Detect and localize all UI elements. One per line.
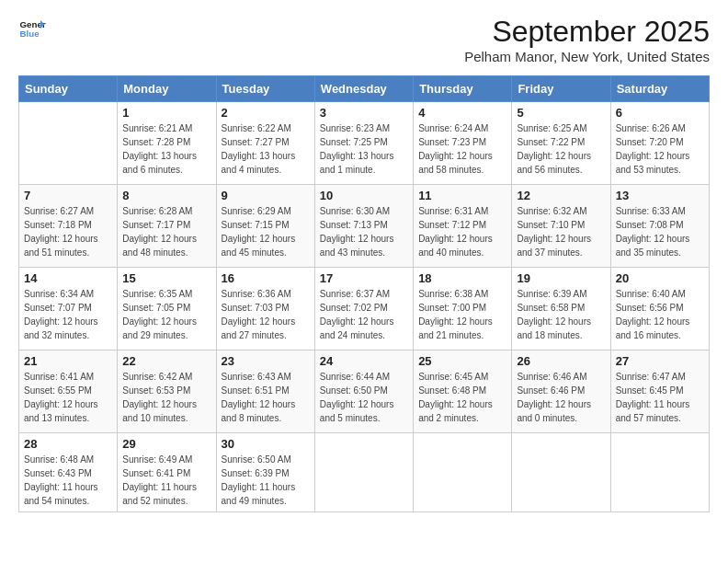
day-number: 2	[222, 106, 310, 120]
day-number: 27	[616, 354, 704, 368]
day-number: 17	[320, 271, 408, 285]
calendar-cell: 20Sunrise: 6:40 AMSunset: 6:56 PMDayligh…	[610, 268, 709, 350]
day-number: 6	[616, 106, 704, 120]
calendar-table: SundayMondayTuesdayWednesdayThursdayFrid…	[18, 75, 710, 512]
location-title: Pelham Manor, New York, United States	[464, 49, 710, 64]
day-number: 11	[418, 189, 506, 202]
page-header: General Blue September 2025 Pelham Manor…	[18, 15, 710, 64]
calendar-cell: 26Sunrise: 6:46 AMSunset: 6:46 PMDayligh…	[512, 350, 610, 433]
day-info: Sunrise: 6:27 AMSunset: 7:18 PMDaylight:…	[24, 204, 112, 259]
calendar-cell: 14Sunrise: 6:34 AMSunset: 7:07 PMDayligh…	[19, 268, 118, 350]
day-number: 16	[222, 271, 310, 285]
calendar-week-row: 21Sunrise: 6:41 AMSunset: 6:55 PMDayligh…	[19, 350, 710, 433]
svg-text:Blue: Blue	[20, 29, 40, 39]
day-number: 30	[222, 437, 310, 451]
calendar-cell: 8Sunrise: 6:28 AMSunset: 7:17 PMDaylight…	[118, 185, 216, 268]
day-info: Sunrise: 6:41 AMSunset: 6:55 PMDaylight:…	[24, 370, 112, 425]
day-info: Sunrise: 6:50 AMSunset: 6:39 PMDaylight:…	[222, 453, 310, 508]
calendar-week-row: 14Sunrise: 6:34 AMSunset: 7:07 PMDayligh…	[19, 268, 710, 350]
day-info: Sunrise: 6:33 AMSunset: 7:08 PMDaylight:…	[616, 204, 704, 259]
weekday-header-row: SundayMondayTuesdayWednesdayThursdayFrid…	[19, 76, 710, 102]
day-info: Sunrise: 6:29 AMSunset: 7:15 PMDaylight:…	[222, 204, 310, 259]
day-number: 14	[24, 271, 112, 285]
calendar-cell: 2Sunrise: 6:22 AMSunset: 7:27 PMDaylight…	[216, 102, 314, 185]
day-number: 24	[320, 354, 408, 368]
day-info: Sunrise: 6:46 AMSunset: 6:46 PMDaylight:…	[517, 370, 605, 425]
day-info: Sunrise: 6:39 AMSunset: 6:58 PMDaylight:…	[517, 287, 605, 342]
day-number: 1	[122, 106, 210, 120]
calendar-cell: 12Sunrise: 6:32 AMSunset: 7:10 PMDayligh…	[512, 185, 610, 268]
day-info: Sunrise: 6:24 AMSunset: 7:23 PMDaylight:…	[418, 121, 506, 177]
logo-icon: General Blue	[18, 15, 46, 42]
calendar-cell: 18Sunrise: 6:38 AMSunset: 7:00 PMDayligh…	[414, 268, 512, 350]
day-info: Sunrise: 6:22 AMSunset: 7:27 PMDaylight:…	[222, 121, 310, 177]
calendar-week-row: 28Sunrise: 6:48 AMSunset: 6:43 PMDayligh…	[19, 433, 710, 512]
day-number: 22	[122, 354, 210, 368]
day-number: 13	[616, 189, 704, 202]
day-info: Sunrise: 6:47 AMSunset: 6:45 PMDaylight:…	[616, 370, 704, 425]
calendar-cell: 3Sunrise: 6:23 AMSunset: 7:25 PMDaylight…	[314, 102, 413, 185]
day-number: 29	[122, 437, 210, 451]
calendar-cell: 19Sunrise: 6:39 AMSunset: 6:58 PMDayligh…	[512, 268, 610, 350]
day-info: Sunrise: 6:23 AMSunset: 7:25 PMDaylight:…	[320, 121, 408, 177]
day-number: 18	[418, 271, 506, 285]
weekday-header-wednesday: Wednesday	[314, 76, 413, 102]
weekday-header-tuesday: Tuesday	[216, 76, 314, 102]
calendar-cell: 24Sunrise: 6:44 AMSunset: 6:50 PMDayligh…	[314, 350, 413, 433]
calendar-cell: 1Sunrise: 6:21 AMSunset: 7:28 PMDaylight…	[118, 102, 216, 185]
day-number: 5	[517, 106, 605, 120]
day-info: Sunrise: 6:49 AMSunset: 6:41 PMDaylight:…	[122, 453, 210, 508]
calendar-cell: 27Sunrise: 6:47 AMSunset: 6:45 PMDayligh…	[610, 350, 709, 433]
title-block: September 2025 Pelham Manor, New York, U…	[464, 15, 710, 64]
calendar-week-row: 7Sunrise: 6:27 AMSunset: 7:18 PMDaylight…	[19, 185, 710, 268]
day-number: 15	[122, 271, 210, 285]
day-number: 23	[222, 354, 310, 368]
weekday-header-friday: Friday	[512, 76, 610, 102]
logo: General Blue	[18, 15, 46, 42]
calendar-week-row: 1Sunrise: 6:21 AMSunset: 7:28 PMDaylight…	[19, 102, 710, 185]
calendar-cell: 15Sunrise: 6:35 AMSunset: 7:05 PMDayligh…	[118, 268, 216, 350]
day-info: Sunrise: 6:43 AMSunset: 6:51 PMDaylight:…	[222, 370, 310, 425]
day-info: Sunrise: 6:40 AMSunset: 6:56 PMDaylight:…	[616, 287, 704, 342]
day-info: Sunrise: 6:44 AMSunset: 6:50 PMDaylight:…	[320, 370, 408, 425]
day-number: 25	[418, 354, 506, 368]
day-number: 8	[122, 189, 210, 202]
calendar-cell: 25Sunrise: 6:45 AMSunset: 6:48 PMDayligh…	[414, 350, 512, 433]
calendar-cell: 11Sunrise: 6:31 AMSunset: 7:12 PMDayligh…	[414, 185, 512, 268]
day-number: 10	[320, 189, 408, 202]
day-number: 21	[24, 354, 112, 368]
month-title: September 2025	[464, 15, 710, 49]
day-info: Sunrise: 6:38 AMSunset: 7:00 PMDaylight:…	[418, 287, 506, 342]
calendar-cell	[512, 433, 610, 512]
calendar-cell: 17Sunrise: 6:37 AMSunset: 7:02 PMDayligh…	[314, 268, 413, 350]
day-info: Sunrise: 6:28 AMSunset: 7:17 PMDaylight:…	[122, 204, 210, 259]
day-info: Sunrise: 6:37 AMSunset: 7:02 PMDaylight:…	[320, 287, 408, 342]
calendar-cell: 9Sunrise: 6:29 AMSunset: 7:15 PMDaylight…	[216, 185, 314, 268]
day-number: 28	[24, 437, 112, 451]
day-info: Sunrise: 6:35 AMSunset: 7:05 PMDaylight:…	[122, 287, 210, 342]
day-info: Sunrise: 6:32 AMSunset: 7:10 PMDaylight:…	[517, 204, 605, 259]
day-info: Sunrise: 6:26 AMSunset: 7:20 PMDaylight:…	[616, 121, 704, 177]
calendar-cell: 23Sunrise: 6:43 AMSunset: 6:51 PMDayligh…	[216, 350, 314, 433]
day-number: 19	[517, 271, 605, 285]
day-info: Sunrise: 6:25 AMSunset: 7:22 PMDaylight:…	[517, 121, 605, 177]
weekday-header-monday: Monday	[118, 76, 216, 102]
day-number: 7	[24, 189, 112, 202]
day-info: Sunrise: 6:31 AMSunset: 7:12 PMDaylight:…	[418, 204, 506, 259]
day-number: 4	[418, 106, 506, 120]
calendar-cell: 28Sunrise: 6:48 AMSunset: 6:43 PMDayligh…	[19, 433, 118, 512]
day-number: 12	[517, 189, 605, 202]
calendar-cell	[19, 102, 118, 185]
calendar-cell: 22Sunrise: 6:42 AMSunset: 6:53 PMDayligh…	[118, 350, 216, 433]
day-info: Sunrise: 6:34 AMSunset: 7:07 PMDaylight:…	[24, 287, 112, 342]
day-number: 9	[222, 189, 310, 202]
calendar-cell	[314, 433, 413, 512]
weekday-header-thursday: Thursday	[414, 76, 512, 102]
calendar-cell: 21Sunrise: 6:41 AMSunset: 6:55 PMDayligh…	[19, 350, 118, 433]
calendar-cell: 6Sunrise: 6:26 AMSunset: 7:20 PMDaylight…	[610, 102, 709, 185]
day-info: Sunrise: 6:45 AMSunset: 6:48 PMDaylight:…	[418, 370, 506, 425]
day-info: Sunrise: 6:30 AMSunset: 7:13 PMDaylight:…	[320, 204, 408, 259]
calendar-cell: 10Sunrise: 6:30 AMSunset: 7:13 PMDayligh…	[314, 185, 413, 268]
day-number: 3	[320, 106, 408, 120]
calendar-cell: 29Sunrise: 6:49 AMSunset: 6:41 PMDayligh…	[118, 433, 216, 512]
